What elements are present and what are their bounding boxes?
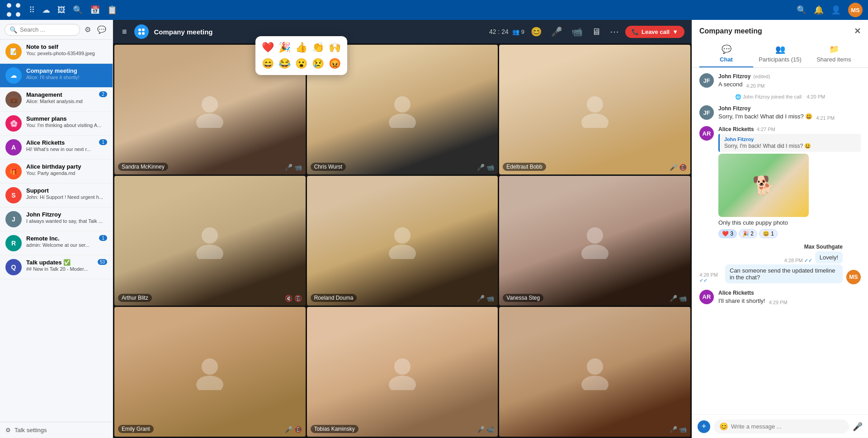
emoji-👍[interactable]: 👍 (294, 41, 308, 54)
mic-icon: 🎤 (285, 426, 292, 433)
video-cell-3[interactable]: Arthur Blitz 🔇 📵 (114, 176, 306, 306)
call-controls: 42 : 24 👥 9 😊 🎤 📹 🖥 ⋯ 📞 Leave call ▼ (489, 24, 684, 39)
emoji-😡[interactable]: 😡 (328, 57, 342, 71)
video-cell-7[interactable]: Tobias Kaminsky 🎤 📹 (307, 307, 498, 437)
more-options-button[interactable]: ⋯ (607, 24, 622, 39)
svg-point-0 (7, 3, 11, 8)
filter-icon[interactable]: ⚙ (83, 24, 93, 36)
mic-icon: 🎤 (670, 164, 677, 171)
new-chat-icon[interactable]: 💬 (95, 24, 108, 36)
conversation-item-summer-plans[interactable]: 🌸 Summer plans You: I'm thinking about v… (0, 112, 113, 136)
nav-activity-icon[interactable]: 🔍 (73, 5, 83, 15)
msg-author: John Fitzroy (718, 73, 750, 80)
emoji-😄[interactable]: 😄 (261, 57, 275, 71)
reaction-chip[interactable]: ❤️ 3 (718, 229, 737, 238)
contacts-icon[interactable]: 👤 (831, 5, 841, 15)
reaction-chip[interactable]: 😃 1 (759, 229, 778, 238)
video-cell-8[interactable]: 🎤 📹 (499, 307, 690, 437)
video-cell-5[interactable]: Vanessa Steg 🎤 📹 (499, 176, 690, 306)
nav-grid-icon[interactable]: ⠿ (29, 5, 35, 15)
check-icon: ✓✓ (699, 278, 708, 283)
top-navigation: ⠿ ☁ 🖼 🔍 📅 📋 🔍 🔔 👤 MS (0, 0, 868, 20)
voice-message-button[interactable]: 🎤 (853, 422, 863, 432)
nav-calendar-icon[interactable]: 📅 (90, 5, 100, 15)
svg-point-4 (138, 28, 141, 31)
outgoing-msg-row: 4:28 PM ✓✓ Can someone send the updated … (699, 264, 843, 283)
leave-call-button[interactable]: 📞 Leave call ▼ (625, 26, 684, 38)
tab-icon-chat: 💬 (722, 44, 731, 54)
incoming-message: JF John Fitzroy (edited) A second 4:20 P… (699, 73, 861, 89)
emoji-👏[interactable]: 👏 (311, 41, 325, 54)
menu-icon[interactable]: ≡ (120, 25, 129, 38)
msg-row: A second 4:20 PM (718, 80, 861, 89)
msg-time: 4:28 PM ✓✓ (784, 258, 812, 264)
video-controls: 🎤 📹 (477, 295, 494, 302)
emoji-reaction-button[interactable]: 😊 (528, 24, 545, 39)
app-logo[interactable] (5, 2, 22, 18)
conv-preview: John: Hi Support ! Need urgent h... (26, 194, 107, 200)
conversation-item-alice-ricketts[interactable]: A Alice Ricketts Hi! What's new in our n… (0, 136, 113, 160)
tab-participants[interactable]: 👥 Participants (15) (753, 41, 807, 67)
global-search-icon[interactable]: 🔍 (797, 5, 807, 15)
conv-avatar: J (5, 211, 22, 227)
tab-icon-shared: 📁 (829, 44, 839, 54)
svg-point-11 (389, 113, 416, 128)
conversation-item-note-to-self[interactable]: 📝 Note to self You: pexels-photo-635499.… (0, 40, 113, 64)
emoji-🎉[interactable]: 🎉 (278, 41, 292, 54)
emoji-button[interactable]: 😊 (719, 422, 728, 431)
reaction-chip[interactable]: 🎉 2 (739, 229, 757, 238)
microphone-button[interactable]: 🎤 (548, 24, 565, 39)
conv-name: Alice birthday party (26, 163, 107, 170)
nav-photos-icon[interactable]: 🖼 (57, 5, 66, 15)
message-input[interactable] (731, 423, 844, 430)
conversation-item-alice-birthday[interactable]: 🎁 Alice birthday party You: Party agenda… (0, 160, 113, 184)
nav-files-icon[interactable]: ☁ (42, 5, 50, 15)
conversation-item-management[interactable]: 💼 Management Alice: Market analysis.md 2 (0, 88, 113, 112)
cam-muted-icon: 📵 (294, 426, 302, 433)
leave-call-chevron: ▼ (672, 28, 678, 35)
close-panel-button[interactable]: ✕ (854, 26, 861, 36)
leave-call-icon: 📞 (632, 28, 639, 35)
panel-tabs: 💬 Chat 👥 Participants (15) 📁 Shared item… (699, 41, 861, 67)
chat-input-area: + 😊 🎤 (692, 414, 868, 438)
conversation-item-support[interactable]: S Support John: Hi Support ! Need urgent… (0, 184, 113, 207)
svg-point-21 (196, 376, 223, 390)
call-header: ≡ Company meeting 42 : 24 👥 9 😊 🎤 📹 🖥 ⋯ … (113, 20, 692, 43)
nav-right-area: 🔍 🔔 👤 MS (797, 3, 863, 17)
user-avatar[interactable]: MS (848, 3, 863, 17)
emoji-😂[interactable]: 😂 (278, 57, 292, 71)
conversation-item-remote-inc[interactable]: R Remote Inc. admin: Welcome at our ser.… (0, 231, 113, 255)
msg-content: Alice Ricketts 4:27 PM John Fitzroy Sorr… (718, 126, 861, 238)
conversation-item-john-fitzroy[interactable]: J John Fitzroy I always wanted to say, t… (0, 207, 113, 231)
video-cell-6[interactable]: Emily Grant 🎤 📵 (114, 307, 306, 437)
conversation-item-talk-updates[interactable]: Q Talk updates ✅ ## New in Talk 20 - Mod… (0, 255, 113, 279)
conv-preview: ## New in Talk 20 - Moder... (26, 266, 93, 272)
tab-shared[interactable]: 📁 Shared items (807, 41, 861, 67)
add-attachment-button[interactable]: + (698, 420, 710, 433)
emoji-🙌[interactable]: 🙌 (328, 41, 342, 54)
svg-point-2 (7, 12, 11, 17)
msg-row: I'll share it shortly! 4:29 PM (718, 296, 861, 305)
search-input-container[interactable]: 🔍 (5, 24, 80, 36)
video-participant-name: Chris Wurst (311, 163, 346, 171)
msg-text: A second (718, 80, 743, 89)
svg-point-1 (16, 3, 20, 8)
message-input-box[interactable]: 😊 (714, 419, 849, 433)
video-cell-4[interactable]: Roeland Douma 🎤 📹 (307, 176, 498, 306)
emoji-picker[interactable]: ❤️🎉👍👏🙌 😄😂😮😢😡 (255, 36, 347, 75)
nav-icons: ⠿ ☁ 🖼 🔍 📅 📋 (29, 5, 117, 15)
search-input[interactable] (20, 26, 75, 33)
conv-preview: You: Party agenda.md (26, 170, 107, 176)
talk-settings-button[interactable]: ⚙ Talk settings (5, 427, 107, 433)
conversation-item-company-meeting[interactable]: ☁ Company meeting Alice: I'll share it s… (0, 64, 113, 88)
notifications-icon[interactable]: 🔔 (814, 5, 824, 15)
nav-notes-icon[interactable]: 📋 (107, 5, 117, 15)
tab-chat[interactable]: 💬 Chat (699, 41, 753, 67)
emoji-❤️[interactable]: ❤️ (261, 41, 275, 54)
camera-button[interactable]: 📹 (569, 24, 585, 39)
emoji-😢[interactable]: 😢 (311, 57, 325, 71)
video-cell-2[interactable]: Edeltraut Bobb 🎤 📵 (499, 45, 690, 174)
emoji-😮[interactable]: 😮 (294, 57, 308, 71)
screen-share-button[interactable]: 🖥 (589, 25, 604, 39)
conv-content: Support John: Hi Support ! Need urgent h… (26, 187, 107, 200)
